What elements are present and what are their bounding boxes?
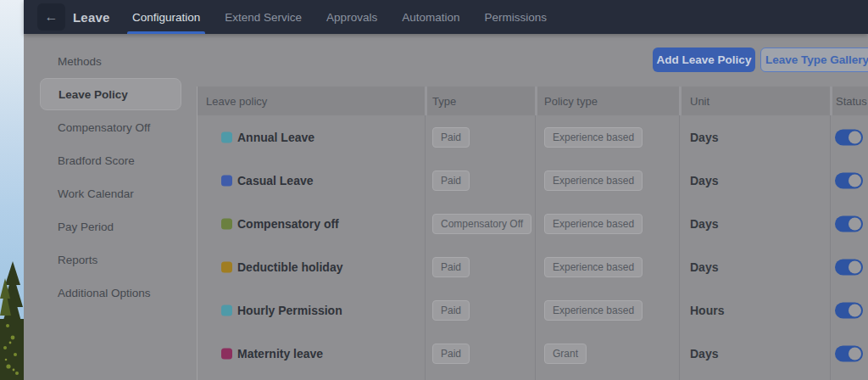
sidebar-item-bradford-score[interactable]: Bradford Score <box>40 144 181 176</box>
column-header-leave-policy: Leave policy <box>206 87 267 115</box>
unit-value: Days <box>690 260 718 274</box>
leave-name: Deductible holiday <box>237 260 342 274</box>
toggle-knob <box>849 174 861 187</box>
column-header-status: Status <box>836 87 867 115</box>
header-divider <box>425 87 427 115</box>
policy-type-chip: Experience based <box>544 257 643 277</box>
leave-name: Compensatory off <box>237 217 339 231</box>
leave-color-swatch <box>221 175 232 186</box>
status-toggle[interactable] <box>835 345 863 361</box>
back-arrow-icon: ← <box>45 9 58 25</box>
policy-type-chip: Experience based <box>544 127 643 148</box>
column-header-policy-type: Policy type <box>544 87 598 115</box>
table-row[interactable]: Annual LeavePaidExperience basedDays <box>198 115 868 159</box>
app-window: ← Leave ConfigurationExtend ServiceAppro… <box>24 0 868 380</box>
table-body: Annual LeavePaidExperience basedDaysCasu… <box>198 115 868 375</box>
unit-value: Days <box>690 131 718 144</box>
tab-permissions[interactable]: Permissions <box>483 0 548 34</box>
type-chip: Paid <box>432 127 470 148</box>
leave-color-swatch <box>221 261 232 272</box>
status-toggle[interactable] <box>835 215 863 232</box>
type-chip: Paid <box>432 257 470 277</box>
sidebar-item-pay-period[interactable]: Pay Period <box>40 210 181 243</box>
status-toggle[interactable] <box>835 259 863 275</box>
top-navbar: ← Leave ConfigurationExtend ServiceAppro… <box>24 0 868 34</box>
page-title: Leave <box>73 0 110 34</box>
column-header-unit: Unit <box>690 87 709 115</box>
type-chip: Paid <box>432 300 470 321</box>
sidebar-item-compensatory-off[interactable]: Compensatory Off <box>40 111 181 143</box>
leave-type-gallery-button[interactable]: Leave Type Gallery <box>760 48 868 72</box>
leave-color-swatch <box>221 348 232 359</box>
header-divider <box>535 87 537 115</box>
leave-color-swatch <box>221 218 232 229</box>
leave-color-swatch <box>221 131 232 142</box>
sidebar-item-methods[interactable]: Methods <box>40 45 181 77</box>
tab-automation[interactable]: Automation <box>401 0 460 34</box>
tab-extend-service[interactable]: Extend Service <box>224 0 303 34</box>
tab-configuration[interactable]: Configuration <box>131 0 201 34</box>
toggle-knob <box>849 217 861 230</box>
unit-value: Days <box>690 347 718 360</box>
unit-value: Hours <box>690 304 724 317</box>
unit-value: Days <box>690 174 718 187</box>
toggle-knob <box>849 131 861 143</box>
sidebar: MethodsLeave PolicyCompensatory OffBradf… <box>24 34 197 380</box>
leave-name: Annual Leave <box>237 131 314 144</box>
leave-name: Maternity leave <box>237 347 323 360</box>
screen: ← Leave ConfigurationExtend ServiceAppro… <box>0 0 868 380</box>
header-divider <box>679 87 682 115</box>
leave-policy-table: Leave policy Type Policy type Unit Statu… <box>197 87 868 380</box>
sidebar-item-work-calendar[interactable]: Work Calendar <box>40 177 181 210</box>
type-chip: Paid <box>432 344 470 364</box>
toggle-knob <box>849 304 861 316</box>
toggle-knob <box>849 260 861 273</box>
table-row[interactable]: Hourly PermissionPaidExperience basedHou… <box>198 288 868 332</box>
toggle-knob <box>849 347 861 360</box>
desktop-wallpaper <box>0 0 24 380</box>
content-area: MethodsLeave PolicyCompensatory OffBradf… <box>24 34 868 380</box>
sidebar-item-additional-options[interactable]: Additional Options <box>40 277 181 309</box>
type-chip: Paid <box>432 170 470 191</box>
table-header: Leave policy Type Policy type Unit Statu… <box>198 87 868 115</box>
table-row[interactable]: Maternity leavePaidGrantDays <box>198 332 868 375</box>
header-divider <box>830 87 832 115</box>
sidebar-item-reports[interactable]: Reports <box>40 243 181 276</box>
unit-value: Days <box>690 217 718 231</box>
leave-name: Hourly Permission <box>237 304 342 317</box>
pine-tree-graphic <box>0 260 24 380</box>
policy-type-chip: Experience based <box>544 170 643 191</box>
sidebar-item-leave-policy[interactable]: Leave Policy <box>40 78 181 110</box>
tab-approvals[interactable]: Approvals <box>326 0 378 34</box>
policy-type-chip: Grant <box>544 344 587 364</box>
leave-name: Casual Leave <box>237 174 314 187</box>
status-toggle[interactable] <box>835 302 863 318</box>
type-chip: Compensatory Off <box>432 214 531 234</box>
table-row[interactable]: Deductible holidayPaidExperience basedDa… <box>198 245 868 288</box>
table-row[interactable]: Casual LeavePaidExperience basedDays <box>198 159 868 202</box>
status-toggle[interactable] <box>835 172 863 188</box>
table-row[interactable]: Compensatory offCompensatory OffExperien… <box>198 202 868 245</box>
policy-type-chip: Experience based <box>544 300 643 321</box>
status-toggle[interactable] <box>835 129 863 145</box>
leave-color-swatch <box>221 305 232 316</box>
back-button[interactable]: ← <box>37 3 65 31</box>
policy-type-chip: Experience based <box>544 214 643 234</box>
column-header-type: Type <box>432 87 456 115</box>
add-leave-policy-button[interactable]: Add Leave Policy <box>653 48 755 72</box>
nav-tabs: ConfigurationExtend ServiceApprovalsAuto… <box>131 0 548 34</box>
